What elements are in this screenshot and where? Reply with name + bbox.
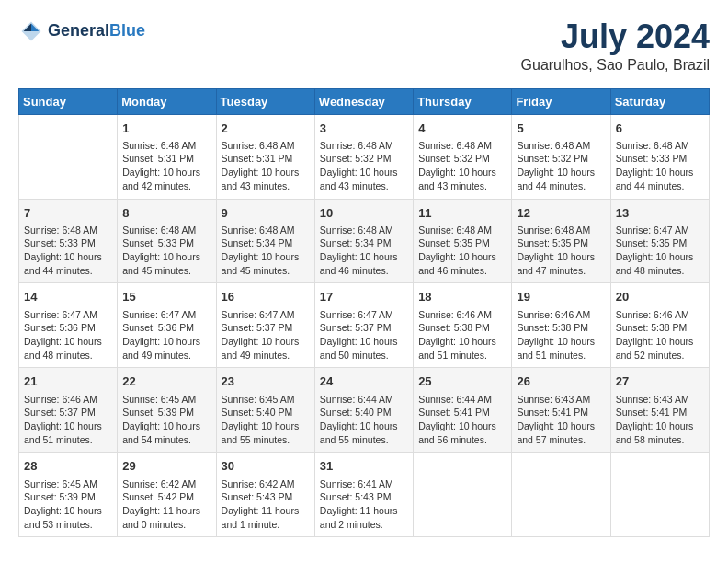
table-row: 7Sunrise: 6:48 AM Sunset: 5:33 PM Daylig… xyxy=(19,199,118,283)
table-row: 13Sunrise: 6:47 AM Sunset: 5:35 PM Dayli… xyxy=(610,199,709,283)
day-number: 20 xyxy=(616,289,704,305)
table-row: 14Sunrise: 6:47 AM Sunset: 5:36 PM Dayli… xyxy=(19,283,118,368)
col-thursday: Thursday xyxy=(414,88,512,114)
day-number: 3 xyxy=(320,121,408,137)
calendar-table: Sunday Monday Tuesday Wednesday Thursday… xyxy=(18,88,710,538)
day-number: 23 xyxy=(222,373,310,390)
day-info: Sunrise: 6:46 AM Sunset: 5:38 PM Dayligh… xyxy=(517,308,605,362)
day-number: 11 xyxy=(418,205,506,222)
col-tuesday: Tuesday xyxy=(216,88,314,114)
day-info: Sunrise: 6:44 AM Sunset: 5:41 PM Dayligh… xyxy=(418,393,506,447)
day-info: Sunrise: 6:43 AM Sunset: 5:41 PM Dayligh… xyxy=(616,393,704,447)
calendar-row: 14Sunrise: 6:47 AM Sunset: 5:36 PM Dayli… xyxy=(19,283,710,368)
day-number: 8 xyxy=(122,205,210,222)
calendar-row: 1Sunrise: 6:48 AM Sunset: 5:31 PM Daylig… xyxy=(19,114,710,199)
day-info: Sunrise: 6:48 AM Sunset: 5:33 PM Dayligh… xyxy=(24,224,112,278)
table-row: 18Sunrise: 6:46 AM Sunset: 5:38 PM Dayli… xyxy=(414,283,512,368)
day-number: 22 xyxy=(122,373,210,390)
day-number: 30 xyxy=(222,458,310,475)
table-row: 20Sunrise: 6:46 AM Sunset: 5:38 PM Dayli… xyxy=(610,283,709,368)
day-info: Sunrise: 6:42 AM Sunset: 5:43 PM Dayligh… xyxy=(222,477,310,532)
day-info: Sunrise: 6:47 AM Sunset: 5:37 PM Dayligh… xyxy=(222,308,310,362)
table-row: 9Sunrise: 6:48 AM Sunset: 5:34 PM Daylig… xyxy=(216,199,314,283)
month-year: July 2024 xyxy=(521,18,710,55)
day-number: 7 xyxy=(24,205,112,222)
day-info: Sunrise: 6:48 AM Sunset: 5:32 PM Dayligh… xyxy=(320,139,408,193)
day-info: Sunrise: 6:48 AM Sunset: 5:33 PM Dayligh… xyxy=(122,224,210,278)
day-number: 28 xyxy=(24,458,112,475)
day-info: Sunrise: 6:48 AM Sunset: 5:34 PM Dayligh… xyxy=(320,224,408,278)
table-row: 8Sunrise: 6:48 AM Sunset: 5:33 PM Daylig… xyxy=(118,199,216,283)
day-info: Sunrise: 6:48 AM Sunset: 5:33 PM Dayligh… xyxy=(616,139,704,193)
calendar-row: 28Sunrise: 6:45 AM Sunset: 5:39 PM Dayli… xyxy=(19,453,710,537)
day-number: 10 xyxy=(320,205,408,222)
day-number: 6 xyxy=(616,121,704,137)
day-info: Sunrise: 6:47 AM Sunset: 5:36 PM Dayligh… xyxy=(24,308,112,362)
day-info: Sunrise: 6:47 AM Sunset: 5:36 PM Dayligh… xyxy=(122,308,210,362)
table-row: 29Sunrise: 6:42 AM Sunset: 5:42 PM Dayli… xyxy=(118,453,216,537)
header-row: Sunday Monday Tuesday Wednesday Thursday… xyxy=(19,88,710,114)
table-row: 4Sunrise: 6:48 AM Sunset: 5:32 PM Daylig… xyxy=(414,114,512,199)
day-info: Sunrise: 6:48 AM Sunset: 5:32 PM Dayligh… xyxy=(418,139,506,193)
table-row: 23Sunrise: 6:45 AM Sunset: 5:40 PM Dayli… xyxy=(216,368,314,453)
day-number: 18 xyxy=(418,289,506,305)
table-row: 5Sunrise: 6:48 AM Sunset: 5:32 PM Daylig… xyxy=(512,114,610,199)
day-number: 2 xyxy=(222,121,310,137)
day-number: 17 xyxy=(320,289,408,305)
day-info: Sunrise: 6:42 AM Sunset: 5:42 PM Dayligh… xyxy=(122,477,210,532)
table-row: 10Sunrise: 6:48 AM Sunset: 5:34 PM Dayli… xyxy=(314,199,413,283)
table-row xyxy=(610,453,709,537)
day-number: 5 xyxy=(517,121,605,137)
table-row xyxy=(512,453,610,537)
day-number: 9 xyxy=(222,205,310,222)
title-area: July 2024 Guarulhos, Sao Paulo, Brazil xyxy=(521,18,710,74)
day-info: Sunrise: 6:48 AM Sunset: 5:35 PM Dayligh… xyxy=(517,224,605,278)
location: Guarulhos, Sao Paulo, Brazil xyxy=(521,57,710,74)
day-number: 21 xyxy=(24,373,112,390)
day-number: 31 xyxy=(320,458,408,475)
day-number: 19 xyxy=(517,289,605,305)
day-number: 4 xyxy=(418,121,506,137)
table-row: 25Sunrise: 6:44 AM Sunset: 5:41 PM Dayli… xyxy=(414,368,512,453)
table-row: 16Sunrise: 6:47 AM Sunset: 5:37 PM Dayli… xyxy=(216,283,314,368)
day-number: 12 xyxy=(517,205,605,222)
day-number: 15 xyxy=(122,289,210,305)
day-info: Sunrise: 6:46 AM Sunset: 5:37 PM Dayligh… xyxy=(24,393,112,447)
table-row xyxy=(19,114,118,199)
table-row: 27Sunrise: 6:43 AM Sunset: 5:41 PM Dayli… xyxy=(610,368,709,453)
table-row: 12Sunrise: 6:48 AM Sunset: 5:35 PM Dayli… xyxy=(512,199,610,283)
col-monday: Monday xyxy=(118,88,216,114)
day-number: 24 xyxy=(320,373,408,390)
logo: GeneralBlue xyxy=(18,18,145,44)
table-row: 3Sunrise: 6:48 AM Sunset: 5:32 PM Daylig… xyxy=(314,114,413,199)
day-info: Sunrise: 6:48 AM Sunset: 5:31 PM Dayligh… xyxy=(222,139,310,193)
table-row: 6Sunrise: 6:48 AM Sunset: 5:33 PM Daylig… xyxy=(610,114,709,199)
table-row xyxy=(414,453,512,537)
table-row: 26Sunrise: 6:43 AM Sunset: 5:41 PM Dayli… xyxy=(512,368,610,453)
day-info: Sunrise: 6:48 AM Sunset: 5:35 PM Dayligh… xyxy=(418,224,506,278)
day-info: Sunrise: 6:45 AM Sunset: 5:39 PM Dayligh… xyxy=(122,393,210,447)
table-row: 31Sunrise: 6:41 AM Sunset: 5:43 PM Dayli… xyxy=(314,453,413,537)
table-row: 17Sunrise: 6:47 AM Sunset: 5:37 PM Dayli… xyxy=(314,283,413,368)
day-info: Sunrise: 6:47 AM Sunset: 5:37 PM Dayligh… xyxy=(320,308,408,362)
logo-icon xyxy=(18,18,44,44)
table-row: 22Sunrise: 6:45 AM Sunset: 5:39 PM Dayli… xyxy=(118,368,216,453)
day-number: 27 xyxy=(616,373,704,390)
table-row: 15Sunrise: 6:47 AM Sunset: 5:36 PM Dayli… xyxy=(118,283,216,368)
day-number: 26 xyxy=(517,373,605,390)
table-row: 19Sunrise: 6:46 AM Sunset: 5:38 PM Dayli… xyxy=(512,283,610,368)
day-info: Sunrise: 6:46 AM Sunset: 5:38 PM Dayligh… xyxy=(418,308,506,362)
table-row: 28Sunrise: 6:45 AM Sunset: 5:39 PM Dayli… xyxy=(19,453,118,537)
col-friday: Friday xyxy=(512,88,610,114)
day-info: Sunrise: 6:45 AM Sunset: 5:39 PM Dayligh… xyxy=(24,477,112,532)
day-info: Sunrise: 6:48 AM Sunset: 5:31 PM Dayligh… xyxy=(122,139,210,193)
table-row: 2Sunrise: 6:48 AM Sunset: 5:31 PM Daylig… xyxy=(216,114,314,199)
day-number: 25 xyxy=(418,373,506,390)
day-number: 14 xyxy=(24,289,112,305)
logo-text: GeneralBlue xyxy=(48,22,145,40)
col-wednesday: Wednesday xyxy=(314,88,413,114)
col-sunday: Sunday xyxy=(19,88,118,114)
day-info: Sunrise: 6:45 AM Sunset: 5:40 PM Dayligh… xyxy=(222,393,310,447)
day-info: Sunrise: 6:48 AM Sunset: 5:34 PM Dayligh… xyxy=(222,224,310,278)
col-saturday: Saturday xyxy=(610,88,709,114)
